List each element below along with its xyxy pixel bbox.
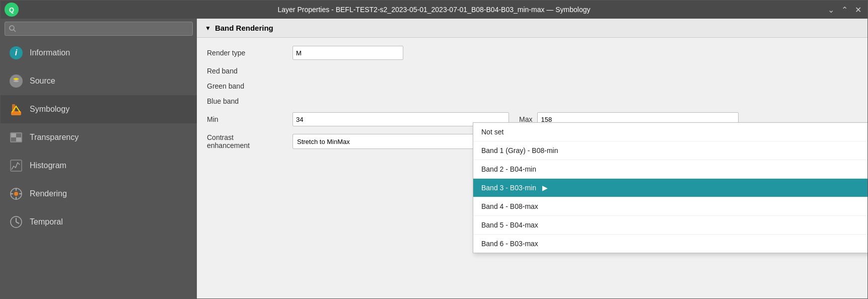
symbology-icon — [9, 102, 24, 117]
section-header: ▼ Band Rendering — [197, 19, 867, 38]
cursor-icon: ▶ — [542, 184, 548, 192]
sidebar-label-source: Source — [30, 77, 55, 86]
green-band-label: Green band — [207, 82, 287, 90]
histogram-icon — [9, 158, 24, 173]
collapse-arrow[interactable]: ▼ — [205, 25, 211, 32]
sidebar: i Information Source — [1, 19, 197, 298]
minimize-button[interactable]: ⌄ — [826, 4, 836, 16]
main-panel: ▼ Band Rendering Render type Red band — [197, 19, 867, 298]
sidebar-label-symbology: Symbology — [30, 105, 69, 114]
render-type-input — [293, 46, 403, 60]
search-bar[interactable] — [5, 22, 193, 36]
information-icon: i — [9, 45, 24, 60]
render-type-label: Render type — [207, 49, 287, 57]
sidebar-item-temporal[interactable]: Temporal — [1, 208, 197, 236]
svg-rect-9 — [16, 133, 21, 137]
red-band-row: Red band — [207, 67, 857, 75]
sidebar-item-histogram[interactable]: Histogram — [1, 152, 197, 180]
svg-rect-8 — [11, 133, 16, 137]
blue-band-row: Blue band — [207, 97, 857, 105]
section-title: Band Rendering — [215, 24, 273, 32]
rendering-icon — [9, 186, 24, 201]
svg-line-17 — [16, 222, 19, 223]
dropdown-item-band5[interactable]: Band 5 - B04-max — [473, 216, 867, 235]
sidebar-label-histogram: Histogram — [30, 161, 66, 170]
dropdown-item-band4[interactable]: Band 4 - B08-max — [473, 197, 867, 216]
temporal-icon — [9, 214, 24, 230]
sidebar-item-information[interactable]: i Information — [1, 39, 197, 67]
dropdown-item-band2[interactable]: Band 2 - B04-min — [473, 160, 867, 179]
min-label: Min — [207, 115, 287, 123]
source-icon — [9, 73, 24, 89]
green-band-row: Green band — [207, 82, 857, 90]
app-logo: Q — [5, 3, 19, 17]
svg-line-1 — [14, 30, 16, 32]
svg-point-0 — [10, 26, 14, 30]
render-type-field[interactable] — [293, 46, 403, 60]
red-band-label: Red band — [207, 67, 287, 75]
band-dropdown[interactable]: Not set Band 1 (Gray) - B08-min Band 2 -… — [473, 122, 867, 253]
content-area: i Information Source — [1, 19, 867, 298]
window-title: Layer Properties - BEFL-TEST2-s2_2023-05… — [278, 6, 591, 14]
search-icon — [9, 25, 16, 32]
svg-point-14 — [14, 192, 18, 196]
sidebar-label-information: Information — [30, 48, 70, 57]
sidebar-item-source[interactable]: Source — [1, 67, 197, 95]
dropdown-item-band3[interactable]: Band 3 - B03-min ▶ — [473, 179, 867, 197]
sidebar-label-rendering: Rendering — [30, 189, 67, 198]
main-window: Q Layer Properties - BEFL-TEST2-s2_2023-… — [0, 0, 868, 299]
titlebar: Q Layer Properties - BEFL-TEST2-s2_2023-… — [1, 1, 867, 19]
sidebar-item-symbology[interactable]: Symbology — [1, 95, 197, 123]
maximize-button[interactable]: ⌃ — [839, 4, 850, 16]
main-content: Render type Red band Green band — [197, 38, 867, 298]
close-button[interactable]: ✕ — [853, 4, 863, 16]
dropdown-item-not-set[interactable]: Not set — [473, 123, 867, 141]
svg-rect-11 — [16, 137, 21, 141]
dropdown-item-band1[interactable]: Band 1 (Gray) - B08-min — [473, 141, 867, 160]
search-input[interactable] — [19, 25, 188, 33]
svg-text:i: i — [15, 48, 18, 57]
window-controls: ⌄ ⌃ ✕ — [826, 4, 863, 16]
sidebar-label-temporal: Temporal — [30, 217, 63, 227]
render-type-row: Render type — [207, 46, 857, 60]
dropdown-item-band6[interactable]: Band 6 - B03-max — [473, 235, 867, 253]
sidebar-item-rendering[interactable]: Rendering — [1, 180, 197, 208]
blue-band-label: Blue band — [207, 97, 287, 105]
svg-rect-10 — [11, 137, 16, 141]
sidebar-label-transparency: Transparency — [30, 133, 79, 142]
contrast-label: Contrast enhancement — [207, 133, 287, 150]
sidebar-item-transparency[interactable]: Transparency — [1, 123, 197, 152]
transparency-icon — [9, 130, 24, 145]
